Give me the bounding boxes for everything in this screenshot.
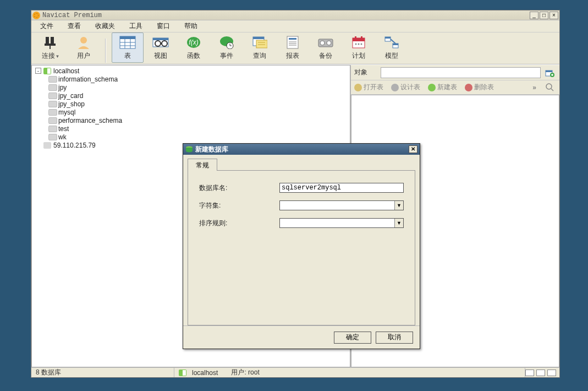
model-button[interactable]: 模型 bbox=[376, 32, 408, 63]
backup-label: 备份 bbox=[319, 51, 332, 61]
view-detail-button[interactable] bbox=[547, 370, 556, 376]
backup-button[interactable]: 备份 bbox=[310, 32, 342, 63]
titlebar[interactable]: Navicat Premium _ □ × bbox=[31, 10, 559, 20]
query-label: 查询 bbox=[253, 51, 266, 61]
tree-db[interactable]: performance_schema bbox=[32, 116, 350, 124]
table-button[interactable]: 表 bbox=[112, 32, 144, 63]
model-icon bbox=[383, 35, 400, 50]
tree-db[interactable]: test bbox=[32, 124, 350, 133]
report-icon bbox=[284, 35, 301, 50]
query-icon bbox=[251, 35, 268, 50]
event-label: 事件 bbox=[220, 51, 233, 61]
table-label: 表 bbox=[124, 51, 131, 61]
svg-rect-27 bbox=[289, 38, 296, 40]
svg-rect-0 bbox=[46, 37, 49, 45]
maximize-button[interactable]: □ bbox=[540, 12, 548, 19]
database-icon bbox=[48, 101, 56, 107]
close-button[interactable]: × bbox=[549, 12, 558, 19]
svg-rect-36 bbox=[355, 36, 356, 39]
tree-db[interactable]: mysql bbox=[32, 108, 350, 116]
svg-point-40 bbox=[361, 44, 362, 45]
object-filter-row: 对象 bbox=[351, 65, 559, 80]
tree-db[interactable]: jpy_shop bbox=[32, 100, 350, 108]
chevron-down-icon[interactable]: ▼ bbox=[394, 201, 403, 210]
delete-table-button[interactable]: 删除表 bbox=[465, 83, 494, 92]
chevron-down-icon[interactable]: ▼ bbox=[394, 219, 403, 227]
view-list-button[interactable] bbox=[536, 370, 545, 376]
tab-general[interactable]: 常规 bbox=[188, 159, 217, 171]
ok-button[interactable]: 确定 bbox=[334, 332, 371, 344]
statusbar: 8 数据库 localhost 用户: root bbox=[31, 367, 559, 377]
plug-icon bbox=[42, 35, 59, 50]
design-table-button[interactable]: 设计表 bbox=[391, 83, 420, 92]
svg-point-51 bbox=[546, 84, 552, 89]
tree-db[interactable]: wk bbox=[32, 133, 350, 141]
cancel-button[interactable]: 取消 bbox=[376, 332, 413, 344]
menu-file[interactable]: 文件 bbox=[34, 20, 60, 32]
more-actions-button[interactable]: » bbox=[532, 84, 536, 91]
collation-label: 排序规则: bbox=[199, 219, 279, 228]
user-button[interactable]: 用户 bbox=[68, 32, 100, 63]
event-button[interactable]: 事件 bbox=[211, 32, 243, 63]
add-object-icon[interactable] bbox=[544, 67, 556, 78]
event-icon bbox=[218, 35, 235, 50]
svg-point-3 bbox=[80, 37, 87, 44]
function-icon: f(x) bbox=[185, 35, 202, 50]
user-icon bbox=[75, 35, 92, 50]
tree-db[interactable]: jpy_card bbox=[32, 91, 350, 100]
svg-rect-35 bbox=[353, 38, 365, 41]
new-table-button[interactable]: 新建表 bbox=[428, 83, 457, 92]
tree-db[interactable]: jpy bbox=[32, 83, 350, 91]
report-button[interactable]: 报表 bbox=[277, 32, 309, 63]
dialog-tabstrip: 常规 bbox=[188, 158, 415, 170]
svg-point-32 bbox=[320, 41, 325, 45]
expander-icon[interactable]: - bbox=[35, 68, 41, 74]
toolbar-separator bbox=[105, 39, 106, 63]
model-label: 模型 bbox=[385, 51, 398, 61]
dialog-close-button[interactable]: ✕ bbox=[409, 145, 417, 153]
search-icon[interactable] bbox=[544, 82, 556, 93]
svg-rect-47 bbox=[546, 70, 552, 72]
collation-value bbox=[280, 219, 394, 227]
menu-favorites[interactable]: 收藏夹 bbox=[89, 20, 122, 32]
menu-tools[interactable]: 工具 bbox=[123, 20, 149, 32]
chevron-down-icon: ▼ bbox=[56, 54, 60, 59]
view-grid-button[interactable] bbox=[525, 370, 534, 376]
title-text: Navicat Premium bbox=[42, 12, 102, 19]
object-label: 对象 bbox=[354, 68, 377, 77]
status-connection: localhost 用户: root bbox=[174, 368, 525, 377]
database-icon bbox=[48, 126, 56, 132]
database-icon bbox=[48, 117, 56, 124]
view-icon bbox=[152, 35, 169, 50]
object-filter-input[interactable] bbox=[381, 67, 541, 78]
svg-rect-2 bbox=[45, 44, 56, 46]
host-icon bbox=[43, 68, 51, 74]
tree-host[interactable]: - localhost bbox=[32, 67, 350, 75]
status-host: localhost bbox=[192, 369, 218, 377]
menu-view[interactable]: 查看 bbox=[61, 20, 87, 32]
dialog-titlebar[interactable]: 新建数据库 ✕ bbox=[183, 144, 420, 155]
svg-line-45 bbox=[391, 39, 395, 44]
connect-button[interactable]: 连接▼ bbox=[35, 32, 67, 63]
query-button[interactable]: 查询 bbox=[244, 32, 276, 63]
collation-combo[interactable]: ▼ bbox=[279, 218, 404, 228]
charset-combo[interactable]: ▼ bbox=[279, 200, 404, 210]
open-table-button[interactable]: 打开表 bbox=[354, 83, 383, 92]
view-button[interactable]: 视图 bbox=[145, 32, 177, 63]
db-name-label: 数据库名: bbox=[199, 183, 279, 193]
function-button[interactable]: f(x) 函数 bbox=[178, 32, 210, 63]
dialog-title-text: 新建数据库 bbox=[195, 145, 228, 154]
minimize-button[interactable]: _ bbox=[530, 12, 538, 19]
view-mode-buttons bbox=[525, 370, 559, 376]
toolbar: 连接▼ 用户 表 视图 f(x) 函数 事件 查询 报表 bbox=[31, 32, 559, 64]
db-name-input[interactable] bbox=[279, 183, 404, 193]
menu-help[interactable]: 帮助 bbox=[178, 20, 204, 32]
tree-db[interactable]: information_schema bbox=[32, 75, 350, 83]
svg-rect-23 bbox=[256, 40, 267, 48]
svg-point-38 bbox=[355, 44, 357, 45]
svg-rect-42 bbox=[385, 37, 391, 39]
schedule-button[interactable]: 计划 bbox=[343, 32, 375, 63]
database-icon bbox=[48, 109, 56, 116]
menu-window[interactable]: 窗口 bbox=[150, 20, 177, 32]
host-icon-offline bbox=[43, 142, 51, 149]
